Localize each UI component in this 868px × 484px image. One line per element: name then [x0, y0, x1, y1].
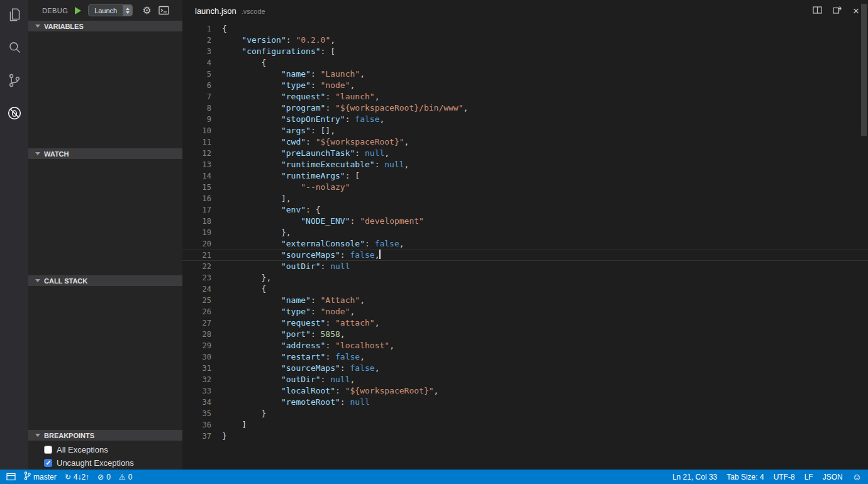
line-number[interactable]: 20	[182, 238, 211, 250]
line-number[interactable]: 15	[182, 182, 211, 193]
line-number[interactable]: 14	[182, 170, 211, 182]
code-line[interactable]: 17 "env": {	[182, 204, 868, 216]
code-line[interactable]: 14 "runtimeArgs": [	[182, 170, 868, 182]
line-number[interactable]: 6	[182, 80, 211, 91]
line-number[interactable]: 29	[182, 340, 211, 351]
checkbox[interactable]	[44, 459, 52, 467]
line-number[interactable]: 18	[182, 216, 211, 227]
code-line[interactable]: 33 "localRoot": "${workspaceRoot}",	[182, 385, 868, 397]
code-line[interactable]: 11 "cwd": "${workspaceRoot}",	[182, 136, 868, 148]
tab-size-indicator[interactable]: Tab Size: 4	[726, 473, 764, 481]
line-number[interactable]: 12	[182, 148, 211, 159]
line-number[interactable]: 8	[182, 102, 211, 114]
feedback-smiley-icon[interactable]: ☺	[852, 472, 862, 481]
line-number[interactable]: 32	[182, 374, 211, 385]
code-line[interactable]: 18 "NODE_ENV": "development"	[182, 216, 868, 227]
code-line[interactable]: 32 "outDir": null,	[182, 374, 868, 385]
breakpoint-all-exceptions[interactable]: All Exceptions	[28, 443, 182, 456]
code-line[interactable]: 28 "port": 5858,	[182, 329, 868, 340]
code-line[interactable]: 34 "remoteRoot": null	[182, 397, 868, 408]
code-line[interactable]: 9 "stopOnEntry": false,	[182, 114, 868, 125]
code-line[interactable]: 8 "program": "${workspaceRoot}/bin/www",	[182, 102, 868, 114]
line-number[interactable]: 16	[182, 193, 211, 204]
line-number[interactable]: 19	[182, 227, 211, 238]
language-mode[interactable]: JSON	[823, 473, 843, 481]
line-number[interactable]: 28	[182, 329, 211, 340]
code-line[interactable]: 16 ],	[182, 193, 868, 204]
line-number[interactable]: 10	[182, 125, 211, 136]
section-header-variables[interactable]: VARIABLES	[28, 21, 182, 31]
code-line[interactable]: 6 "type": "node",	[182, 80, 868, 91]
code-line[interactable]: 2 "version": "0.2.0",	[182, 35, 868, 46]
line-number[interactable]: 1	[182, 23, 211, 35]
line-number[interactable]: 26	[182, 306, 211, 317]
editor-scrollbar[interactable]	[861, 4, 867, 136]
activity-item-search[interactable]	[4, 39, 25, 59]
line-number[interactable]: 34	[182, 397, 211, 408]
code-line[interactable]: 29 "address": "localhost",	[182, 340, 868, 351]
activity-item-explorer[interactable]	[4, 6, 25, 26]
checkbox[interactable]	[44, 446, 52, 454]
code-line[interactable]: 23 },	[182, 272, 868, 283]
git-sync-indicator[interactable]: ↻ 4↓2↑	[65, 473, 89, 481]
line-number[interactable]: 30	[182, 351, 211, 363]
code-line[interactable]: 22 "outDir": null	[182, 261, 868, 272]
code-line[interactable]: 13 "runtimeExecutable": null,	[182, 159, 868, 170]
warning-indicator[interactable]: ⚠ 0	[119, 473, 132, 481]
code-line[interactable]: 19 },	[182, 227, 868, 238]
line-number[interactable]: 3	[182, 46, 211, 57]
line-number[interactable]: 2	[182, 35, 211, 46]
code-line[interactable]: 3 "configurations": [	[182, 46, 868, 57]
line-number[interactable]: 21	[182, 250, 211, 261]
code-line[interactable]: 31 "sourceMaps": false,	[182, 363, 868, 374]
code-line[interactable]: 7 "request": "launch",	[182, 91, 868, 102]
code-editor[interactable]: 1{2 "version": "0.2.0",3 "configurations…	[182, 22, 868, 470]
code-line[interactable]: 37}	[182, 431, 868, 442]
open-preview-icon[interactable]	[833, 6, 842, 17]
encoding-indicator[interactable]: UTF-8	[774, 473, 795, 481]
code-line[interactable]: 4 {	[182, 57, 868, 69]
line-number[interactable]: 37	[182, 431, 211, 442]
eol-indicator[interactable]: LF	[804, 473, 813, 481]
line-number[interactable]: 9	[182, 114, 211, 125]
code-line[interactable]: 15 "--nolazy"	[182, 182, 868, 193]
close-editor-icon[interactable]: ×	[853, 6, 859, 16]
section-header-breakpoints[interactable]: BREAKPOINTS	[28, 430, 182, 441]
activity-item-debug[interactable]	[4, 104, 25, 124]
code-line[interactable]: 24 {	[182, 283, 868, 295]
line-number[interactable]: 33	[182, 385, 211, 397]
code-line[interactable]: 1{	[182, 23, 868, 35]
code-line[interactable]: 35 }	[182, 408, 868, 419]
line-number[interactable]: 13	[182, 159, 211, 170]
error-indicator[interactable]: ⊘ 0	[97, 473, 111, 481]
line-number[interactable]: 27	[182, 317, 211, 329]
code-line[interactable]: 26 "type": "node",	[182, 306, 868, 317]
line-number[interactable]: 5	[182, 69, 211, 80]
line-number[interactable]: 23	[182, 272, 211, 283]
start-debugging-button[interactable]	[75, 7, 81, 14]
line-number[interactable]: 36	[182, 419, 211, 431]
code-line[interactable]: 12 "preLaunchTask": null,	[182, 148, 868, 159]
code-line[interactable]: 25 "name": "Attach",	[182, 295, 868, 306]
line-number[interactable]: 31	[182, 363, 211, 374]
code-line[interactable]: 36 ]	[182, 419, 868, 431]
git-branch-indicator[interactable]: master	[24, 471, 57, 482]
code-line[interactable]: 5 "name": "Launch",	[182, 69, 868, 80]
section-header-call-stack[interactable]: CALL STACK	[28, 275, 182, 286]
status-app-icon[interactable]	[6, 473, 16, 481]
configure-gear-icon[interactable]: ⚙	[142, 6, 151, 16]
line-number[interactable]: 11	[182, 136, 211, 148]
section-header-watch[interactable]: WATCH	[28, 148, 182, 159]
debug-console-icon[interactable]	[159, 6, 169, 15]
cursor-position[interactable]: Ln 21, Col 33	[672, 473, 717, 481]
line-number[interactable]: 35	[182, 408, 211, 419]
breakpoint-uncaught-exceptions[interactable]: Uncaught Exceptions	[28, 456, 182, 470]
line-number[interactable]: 25	[182, 295, 211, 306]
activity-item-source-control[interactable]	[4, 72, 25, 92]
line-number[interactable]: 22	[182, 261, 211, 272]
code-line[interactable]: 10 "args": [],	[182, 125, 868, 136]
code-line[interactable]: 27 "request": "attach",	[182, 317, 868, 329]
line-number[interactable]: 7	[182, 91, 211, 102]
code-line[interactable]: 20 "externalConsole": false,	[182, 238, 868, 250]
line-number[interactable]: 17	[182, 204, 211, 216]
